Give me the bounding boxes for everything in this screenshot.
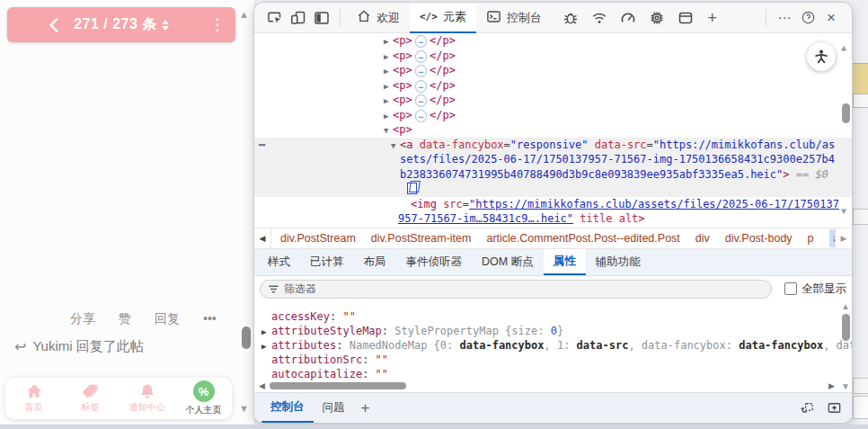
elements-scrollbar[interactable]: ▲ ▼	[839, 33, 852, 228]
tree-node-img[interactable]: <img src="https://mimikkofans.club/asset…	[254, 197, 852, 212]
add-tab-icon[interactable]: +	[701, 6, 724, 30]
breadcrumb-right-arrow[interactable]: ▶	[835, 228, 852, 248]
scrollbar-thumb[interactable]	[270, 382, 406, 389]
nav-item-profile[interactable]: % 个人主页	[177, 380, 231, 416]
expand-arrow-icon[interactable]: ▶	[384, 49, 393, 65]
close-icon[interactable]: ×	[819, 6, 843, 30]
tree-node-p[interactable]: ▶<p>…</p>	[254, 93, 852, 108]
reply-status-text: Yukimi 回复了此帖	[32, 338, 143, 355]
issues-icon[interactable]	[559, 6, 582, 30]
scroll-up-arrow[interactable]: ▲	[841, 301, 850, 311]
tab-welcome[interactable]: 欢迎	[347, 3, 410, 33]
node-code-line: ▼<a data-fancybox="responsive" data-src=…	[254, 138, 852, 153]
show-all-toggle[interactable]: 全部显示	[784, 282, 846, 297]
scroll-down-arrow[interactable]: ▼	[841, 381, 850, 391]
expand-arrow-icon[interactable]: ▶	[384, 64, 393, 79]
tab-properties[interactable]: 属性	[544, 249, 586, 275]
help-icon[interactable]	[796, 6, 819, 30]
device-emulation-icon[interactable]	[287, 6, 310, 30]
tab-elements[interactable]: </> 元素	[410, 3, 476, 33]
background-block	[853, 396, 868, 419]
nav-item-notifications[interactable]: 通知中心	[120, 383, 174, 414]
nav-item-tags[interactable]: 标签	[64, 383, 118, 414]
nav-item-home[interactable]: 首页	[7, 383, 61, 414]
bottom-nav: 首页 标签 通知中心	[5, 378, 232, 419]
node-more-actions[interactable]: ⋯	[259, 138, 266, 153]
devtools-toolbar: 欢迎 </> 元素 控制台	[254, 3, 852, 33]
scroll-down-arrow[interactable]: ▼	[841, 204, 846, 219]
reply-button[interactable]: 回复	[155, 311, 180, 327]
breadcrumb-item[interactable]: div	[695, 232, 710, 245]
node-code-line: sets/files/2025-06-17/1750137957-71567-i…	[254, 152, 852, 167]
panel-layout-icon[interactable]	[310, 6, 333, 30]
tab-dom-breakpoints[interactable]: DOM 断点	[472, 249, 544, 275]
expand-arrow-icon[interactable]: ▶	[384, 34, 393, 49]
tree-node-p[interactable]: ▶<p>…</p>	[254, 108, 852, 123]
tree-node-p[interactable]: ▶<p>…</p>	[254, 49, 852, 64]
breadcrumb-item[interactable]: div.Post-body	[725, 232, 793, 245]
scrollbar-thumb[interactable]	[842, 103, 850, 123]
performance-icon[interactable]	[616, 6, 640, 30]
accessibility-person-icon[interactable]	[807, 42, 836, 71]
tree-node-p-expanded[interactable]: ▼<p>	[254, 122, 852, 138]
breadcrumb-item[interactable]: article.CommentPost.Post--edited.Post	[486, 232, 679, 245]
tab-layout[interactable]: 布局	[354, 249, 396, 275]
breadcrumb-item[interactable]: div.PostStream-item	[371, 232, 472, 245]
tab-styles[interactable]: 样式	[258, 249, 300, 275]
tab-console[interactable]: 控制台	[476, 3, 552, 33]
inspect-icon[interactable]	[263, 6, 287, 30]
page-scrollbar-thumb[interactable]	[242, 326, 251, 349]
property-row[interactable]: ▶attributeStyleMap: StylePropertyMap {si…	[254, 324, 852, 338]
collapse-arrow-icon[interactable]: ▼	[384, 123, 393, 139]
properties-list: ▶accessKey: "" ▶attributeStyleMap: Style…	[254, 301, 852, 392]
post-menu-button[interactable]: ⋮	[209, 14, 225, 35]
tree-node-p[interactable]: ▶<p>…</p>	[254, 33, 852, 49]
tree-node-p[interactable]: ▶<p>…</p>	[254, 78, 852, 94]
property-row[interactable]: ▶accessKey: ""	[254, 309, 852, 324]
expand-arrow-icon[interactable]: ▶	[261, 339, 271, 353]
tab-event-listeners[interactable]: 事件侦听器	[396, 249, 473, 275]
tree-node-a-selected[interactable]: ⋯ ▼<a data-fancybox="responsive" data-sr…	[254, 138, 852, 197]
tab-computed[interactable]: 已计算	[300, 249, 354, 275]
filter-input[interactable]: 筛选器	[260, 280, 772, 299]
tab-accessibility[interactable]: 辅助功能	[586, 249, 651, 275]
breadcrumb-item[interactable]: p	[808, 232, 814, 245]
property-row[interactable]: ▶attributes: NamedNodeMap {0: data-fancy…	[254, 338, 852, 353]
properties-scrollbar[interactable]: ▲ ▼	[839, 301, 852, 392]
expand-drawer-icon[interactable]	[823, 398, 845, 419]
node-code-line	[254, 182, 852, 197]
collapse-arrow-icon[interactable]: ▼	[391, 139, 400, 154]
tab-label: 元素	[443, 9, 466, 25]
tree-node-p[interactable]: ▶<p>…</p>	[254, 63, 852, 78]
property-row[interactable]: ▶attributionSrc: ""	[254, 353, 852, 367]
sort-icon[interactable]	[162, 20, 169, 31]
breadcrumb-left-arrow[interactable]: ◀	[254, 228, 271, 248]
share-button[interactable]: 分享	[70, 311, 95, 327]
expand-arrow-icon[interactable]: ▶	[384, 94, 393, 109]
more-actions-button[interactable]: •••	[203, 311, 217, 327]
expand-arrow-icon[interactable]: ▶	[384, 79, 393, 94]
like-button[interactable]: 赞	[119, 311, 131, 327]
memory-icon[interactable]	[645, 6, 669, 30]
drawer-tab-issues[interactable]: 问题	[314, 393, 354, 423]
post-actions: 分享 赞 回复 •••	[70, 311, 217, 327]
dock-restore-icon[interactable]	[796, 398, 818, 419]
add-drawer-tab-icon[interactable]: +	[354, 399, 377, 417]
properties-horizontal-scrollbar[interactable]: ◀ ▶	[254, 380, 839, 392]
network-icon[interactable]	[588, 6, 611, 30]
application-icon[interactable]	[674, 6, 697, 30]
scroll-right-arrow[interactable]: ▶	[828, 381, 835, 390]
drawer-tab-console[interactable]: 控制台	[261, 393, 314, 423]
show-all-checkbox[interactable]	[784, 282, 797, 295]
property-row[interactable]: ▶autocapitalize: ""	[254, 367, 852, 381]
page-scroll-up-arrow[interactable]: ▲	[239, 9, 249, 20]
scroll-left-arrow[interactable]: ◀	[259, 381, 265, 390]
more-icon[interactable]: ⋯	[773, 6, 796, 30]
scrollbar-thumb[interactable]	[842, 314, 850, 341]
scroll-up-arrow[interactable]: ▲	[841, 40, 846, 56]
breadcrumb-item[interactable]: div.PostStream	[280, 232, 356, 245]
background-page-strip	[852, 0, 868, 429]
expand-arrow-icon[interactable]: ▶	[261, 325, 271, 338]
expand-arrow-icon[interactable]: ▶	[384, 109, 393, 124]
page-scroll-down-arrow[interactable]: ▼	[239, 403, 249, 414]
